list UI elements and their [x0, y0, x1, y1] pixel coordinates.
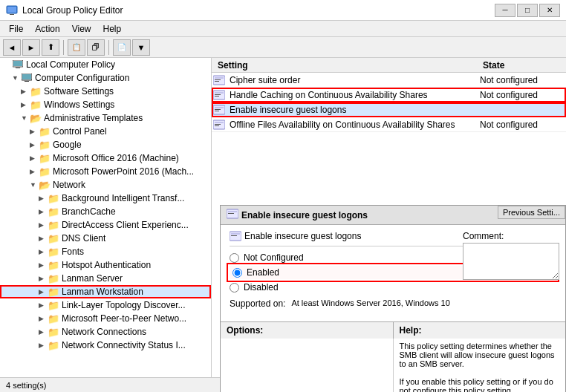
- col-header-setting: Setting: [212, 59, 477, 72]
- folder-icon-dns: 📁: [48, 232, 59, 244]
- tree-item-label-hs: Hotspot Authentication: [62, 260, 151, 270]
- tree-item-ms-peer[interactable]: ▶ 📁 Microsoft Peer-to-Peer Netwo...: [0, 312, 211, 325]
- tree-item-admin-templates[interactable]: ▼ 📂 Administrative Templates: [0, 111, 211, 125]
- tree-item-label: Computer Configuration: [35, 73, 129, 83]
- tree-scroll-area[interactable]: Local Computer Policy ▼ Computer Configu…: [0, 58, 211, 377]
- tree-item-computer-config[interactable]: ▼ Computer Configuration: [0, 71, 211, 85]
- policy-icon: [212, 90, 227, 100]
- tree-item-branch-cache[interactable]: ▶ 📁 BranchCache: [0, 205, 211, 218]
- folder-icon-ws: 📁: [30, 99, 42, 111]
- menu-help[interactable]: Help: [97, 22, 128, 36]
- close-button[interactable]: ✕: [539, 4, 560, 17]
- tree-item-background[interactable]: ▶ 📁 Background Intelligent Transf...: [0, 192, 211, 205]
- tree-item-directaccess[interactable]: ▶ 📁 DirectAccess Client Experienc...: [0, 218, 211, 232]
- menu-view[interactable]: View: [66, 22, 97, 36]
- detail-subheader-label: Enable insecure guest logons: [244, 231, 361, 241]
- table-row[interactable]: Handle Caching on Continuous Availabilit…: [212, 88, 566, 102]
- computer-icon: [12, 59, 24, 71]
- tree-toggle-ll: ▶: [39, 301, 48, 309]
- tree-item-control-panel[interactable]: ▶ 📁 Control Panel: [0, 125, 211, 138]
- tree-toggle-ncs: ▶: [39, 342, 48, 349]
- table-row[interactable]: Cipher suite order Not configured: [212, 73, 566, 88]
- toolbar: ◄ ► ⬆ 📋 🗍 📄 ▼: [0, 37, 566, 58]
- tree-toggle-nc: ▶: [39, 328, 48, 336]
- row-label: Cipher suite order: [227, 74, 477, 86]
- enabled-radio[interactable]: [232, 268, 242, 278]
- back-button[interactable]: ◄: [3, 39, 21, 56]
- copy-button[interactable]: 📋: [68, 39, 85, 56]
- folder-icon-msp: 📁: [39, 166, 51, 177]
- tree-item-windows-settings[interactable]: ▶ 📁 Windows Settings: [0, 98, 211, 111]
- comment-section: Comment:: [463, 231, 559, 280]
- comment-textarea[interactable]: [463, 243, 559, 280]
- svg-rect-18: [215, 96, 219, 97]
- paste-button[interactable]: 🗍: [87, 39, 105, 56]
- tree-item-net-connectivity[interactable]: ▶ 📁 Network Connectivity Status I...: [0, 339, 211, 352]
- folder-icon-ncs: 📁: [48, 339, 59, 351]
- disabled-radio[interactable]: [230, 283, 239, 293]
- tree-item-label-bg: Background Intelligent Transf...: [62, 193, 184, 203]
- tree-toggle-net: ▼: [30, 181, 39, 189]
- detail-icon: [227, 209, 238, 221]
- folder-icon-ls: 📁: [48, 272, 59, 284]
- svg-rect-13: [215, 79, 221, 80]
- tree-toggle-fonts: ▶: [39, 248, 48, 255]
- forward-button[interactable]: ►: [22, 39, 40, 56]
- tree-item-hotspot[interactable]: ▶ 📁 Hotspot Authentication: [0, 258, 211, 272]
- prev-settings-button[interactable]: Previous Setti...: [498, 206, 565, 219]
- title-bar: Local Group Policy Editor ─ □ ✕: [0, 0, 566, 21]
- tree-toggle-mso: ▶: [30, 154, 39, 162]
- row-label: Handle Caching on Continuous Availabilit…: [227, 89, 477, 101]
- menu-file[interactable]: File: [3, 22, 29, 36]
- maximize-button[interactable]: □: [517, 4, 538, 17]
- tree-item-label-bc: BranchCache: [62, 206, 116, 217]
- tree-item-label-lw: Lanman Workstation: [62, 287, 143, 297]
- minimize-button[interactable]: ─: [495, 4, 515, 17]
- row-state: Not configured: [477, 119, 566, 131]
- folder-icon-mp: 📁: [48, 313, 59, 324]
- tree-item-google[interactable]: ▶ 📁 Google: [0, 138, 211, 151]
- tree-item-label-ss: Software Settings: [44, 86, 114, 97]
- detail-footer-labels: Options: Help:: [221, 321, 565, 339]
- table-row[interactable]: Offline Files Availability on Continuous…: [212, 117, 566, 132]
- svg-rect-5: [16, 68, 20, 68]
- tree-item-lanman-workstation[interactable]: ▶ 📁 Lanman Workstation: [0, 285, 211, 298]
- tree-item-dns-client[interactable]: ▶ 📁 DNS Client: [0, 232, 211, 245]
- up-button[interactable]: ⬆: [42, 39, 59, 56]
- properties-button[interactable]: 📄: [113, 39, 131, 56]
- tree-toggle-cc: ▼: [12, 74, 21, 82]
- svg-rect-21: [215, 109, 221, 110]
- svg-rect-9: [25, 81, 29, 82]
- not-configured-radio[interactable]: [230, 253, 239, 263]
- tree-toggle-cp: ▶: [30, 128, 39, 135]
- tree-item-label-at: Administrative Templates: [44, 113, 143, 123]
- tree-item-software-settings[interactable]: ▶ 📁 Software Settings: [0, 85, 211, 98]
- table-row[interactable]: Enable insecure guest logons: [212, 102, 566, 117]
- filter-button[interactable]: ▼: [132, 39, 150, 56]
- tree-toggle-bc: ▶: [39, 208, 48, 215]
- tree-root[interactable]: Local Computer Policy: [0, 58, 211, 71]
- tree-item-lanman-server[interactable]: ▶ 📁 Lanman Server: [0, 272, 211, 285]
- tree-item-fonts[interactable]: ▶ 📁 Fonts: [0, 245, 211, 258]
- folder-icon-net: 📂: [39, 179, 51, 191]
- tree-item-net-connections[interactable]: ▶ 📁 Network Connections: [0, 325, 211, 339]
- menu-action[interactable]: Action: [29, 22, 65, 36]
- tree-root-label: Local Computer Policy: [26, 59, 115, 70]
- tree-toggle-ls: ▶: [39, 275, 48, 282]
- tree-item-link-layer[interactable]: ▶ 📁 Link-Layer Topology Discover...: [0, 298, 211, 312]
- tree-item-network[interactable]: ▼ 📂 Network: [0, 178, 211, 192]
- tree-item-ms-office[interactable]: ▶ 📁 Microsoft Office 2016 (Machine): [0, 151, 211, 165]
- window-controls: ─ □ ✕: [495, 4, 560, 17]
- tree-toggle-msp: ▶: [30, 168, 39, 175]
- window-title: Local Group Policy Editor: [22, 5, 495, 16]
- enabled-label: Enabled: [247, 267, 279, 278]
- folder-icon-hs: 📁: [48, 259, 59, 271]
- policy-icon: [212, 120, 227, 130]
- supported-value: At least Windows Server 2016, Windows 10: [291, 298, 556, 307]
- help-text: This policy setting determines whether t…: [400, 342, 557, 392]
- tree-item-label-msp: Microsoft PowerPoint 2016 (Mach...: [53, 166, 194, 177]
- tree-toggle-lw: ▶: [39, 288, 48, 295]
- row-state: Not configured: [477, 74, 566, 86]
- tree-item-ms-ppt[interactable]: ▶ 📁 Microsoft PowerPoint 2016 (Mach...: [0, 165, 211, 178]
- status-text: 4 setting(s): [6, 381, 46, 390]
